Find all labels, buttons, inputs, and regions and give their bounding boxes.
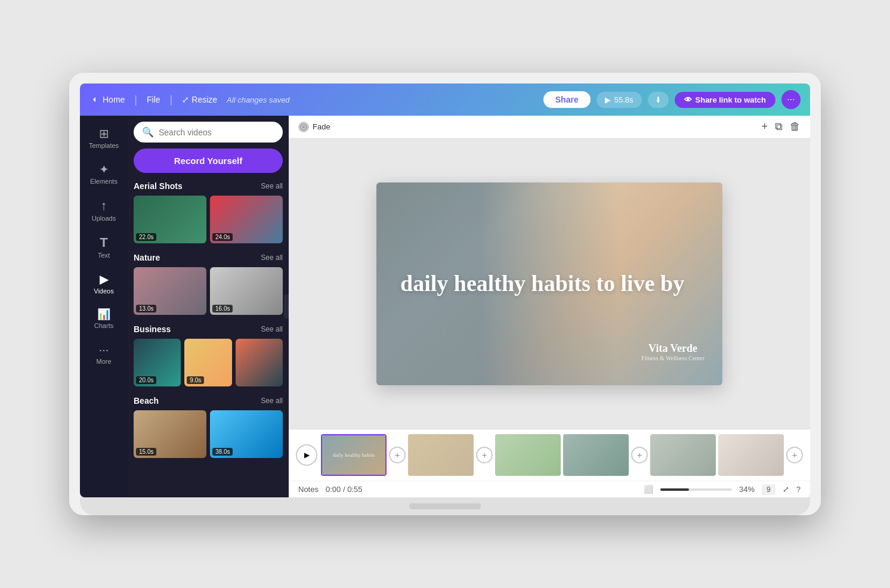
- time-display: 0:00 / 0:55: [326, 485, 362, 494]
- aerial-see-all[interactable]: See all: [261, 182, 283, 190]
- timeline-slide-2[interactable]: [408, 434, 474, 476]
- videos-panel: 🔍 Record Yourself Aerial Shots See all 2…: [128, 116, 289, 497]
- templates-label: Templates: [89, 142, 119, 149]
- search-bar: 🔍: [134, 122, 283, 143]
- business-grid: 20.0s 9.0s: [134, 339, 283, 386]
- timeline-thumb-6: [718, 434, 784, 476]
- main-content: ⊞ Templates ✦ Elements ↑ Uploads T Text …: [80, 116, 810, 497]
- nature-duration-2: 16.0s: [212, 305, 233, 312]
- laptop-shell: Home | File | ⤢ Resize All changes saved…: [69, 73, 821, 515]
- playback-progress[interactable]: [660, 488, 732, 491]
- biz-duration-1: 20.0s: [136, 376, 156, 384]
- beach-see-all[interactable]: See all: [261, 397, 283, 405]
- time-total: 0:55: [347, 485, 362, 494]
- resize-button[interactable]: ⤢ Resize: [182, 95, 217, 104]
- timeline-play-button[interactable]: ▶: [296, 444, 317, 466]
- aerial-video-1[interactable]: 22.0s: [134, 196, 206, 243]
- record-yourself-button[interactable]: Record Yourself: [134, 148, 283, 173]
- elements-icon: ✦: [99, 163, 109, 175]
- nature-video-1[interactable]: 13.0s: [134, 267, 206, 315]
- elements-label: Elements: [90, 178, 118, 185]
- uploads-icon: ↑: [101, 199, 107, 212]
- file-button[interactable]: File: [147, 95, 160, 104]
- play-time: 55.8s: [614, 95, 633, 104]
- text-label: Text: [98, 252, 110, 259]
- timeline-slide-5[interactable]: [650, 434, 716, 476]
- beach-section-header: Beach See all: [134, 396, 283, 406]
- sidebar-item-templates[interactable]: ⊞ Templates: [80, 122, 128, 155]
- share-button[interactable]: Share: [543, 91, 591, 108]
- timeline-thumb-4: [563, 434, 629, 476]
- aerial-section-title: Aerial Shots: [134, 181, 183, 191]
- sidebar-item-charts[interactable]: 📊 Charts: [80, 303, 128, 335]
- fade-indicator[interactable]: Fade: [298, 122, 330, 132]
- charts-label: Charts: [94, 322, 113, 329]
- brand-name: Vita Verde: [641, 342, 704, 355]
- nature-section-title: Nature: [134, 253, 160, 262]
- share-link-button[interactable]: 👁 Share link to watch: [675, 92, 775, 108]
- top-bar: Home | File | ⤢ Resize All changes saved…: [80, 83, 810, 116]
- aerial-duration-2: 24.0s: [212, 233, 233, 241]
- more-label: More: [96, 358, 111, 365]
- videos-icon: ▶: [100, 273, 109, 285]
- aerial-video-2[interactable]: 24.0s: [210, 196, 283, 243]
- timeline-slide-6[interactable]: [718, 434, 784, 476]
- timeline-thumb-5: [650, 434, 716, 476]
- fullscreen-button[interactable]: ⤢: [783, 485, 789, 494]
- charts-icon: 📊: [97, 309, 110, 320]
- monitor-view-button[interactable]: ⬜: [644, 485, 653, 494]
- timeline-slide-3[interactable]: [495, 434, 561, 476]
- aerial-duration-1: 22.0s: [136, 233, 156, 241]
- timeline-add-3[interactable]: +: [631, 447, 648, 463]
- play-time-button[interactable]: ▶ 55.8s: [597, 92, 642, 108]
- timeline: ▶ daily healthy habits + +: [289, 429, 810, 481]
- notes-label[interactable]: Notes: [298, 485, 319, 494]
- sidebar-item-uploads[interactable]: ↑ Uploads: [80, 193, 128, 228]
- add-slide-button[interactable]: +: [761, 120, 768, 133]
- business-section-header: Business See all: [134, 324, 283, 334]
- sidebar-item-videos[interactable]: ▶ Videos: [80, 267, 128, 301]
- back-icon: [89, 95, 99, 104]
- play-icon: ▶: [605, 95, 611, 104]
- page-indicator: 9: [762, 484, 775, 495]
- sidebar-item-text[interactable]: T Text: [80, 230, 128, 265]
- duplicate-button[interactable]: ⧉: [775, 120, 783, 133]
- download-icon: ⬇: [655, 95, 662, 104]
- business-video-2[interactable]: 9.0s: [184, 339, 231, 386]
- business-see-all[interactable]: See all: [261, 325, 283, 333]
- sidebar-nav: ⊞ Templates ✦ Elements ↑ Uploads T Text …: [80, 116, 128, 497]
- business-video-3[interactable]: [236, 339, 283, 386]
- help-button[interactable]: ?: [796, 485, 801, 494]
- beach-video-1[interactable]: 15.0s: [134, 410, 206, 458]
- timeline-thumb-1: daily healthy habits: [322, 435, 385, 475]
- sidebar-item-more[interactable]: ··· More: [80, 338, 128, 371]
- timeline-add-1[interactable]: +: [389, 447, 406, 463]
- top-bar-right: Share ▶ 55.8s ⬇ 👁 Share link to watch ··…: [543, 90, 801, 109]
- biz-duration-2: 9.0s: [187, 376, 204, 384]
- page-indicator-button[interactable]: 9: [762, 485, 775, 494]
- sidebar-item-elements[interactable]: ✦ Elements: [80, 157, 128, 191]
- nature-video-2[interactable]: 16.0s: [210, 267, 283, 315]
- timeline-slide-1[interactable]: daily healthy habits: [321, 434, 387, 476]
- business-video-1[interactable]: 20.0s: [134, 339, 181, 386]
- timeline-add-2[interactable]: +: [476, 447, 493, 463]
- canvas-area: Fade + ⧉ 🗑: [289, 116, 810, 497]
- nature-section-header: Nature See all: [134, 253, 283, 262]
- nature-see-all[interactable]: See all: [261, 253, 283, 262]
- slide-headline: daily healthy habits to live by: [400, 271, 684, 296]
- time-current: 0:00: [326, 485, 341, 494]
- more-icon: ···: [99, 343, 109, 355]
- timeline-add-4[interactable]: +: [786, 447, 803, 463]
- beach-duration-2: 38.0s: [212, 448, 233, 456]
- home-button[interactable]: Home: [89, 95, 125, 104]
- videos-label: Videos: [94, 287, 113, 295]
- delete-button[interactable]: 🗑: [790, 120, 801, 133]
- more-options-button[interactable]: ···: [781, 90, 801, 109]
- beach-video-2[interactable]: 38.0s: [210, 410, 283, 458]
- panel-collapse-button[interactable]: ‹: [284, 295, 289, 318]
- download-button[interactable]: ⬇: [648, 92, 669, 108]
- timeline-slide-4[interactable]: [563, 434, 629, 476]
- search-input[interactable]: [159, 128, 274, 137]
- svg-point-1: [302, 126, 305, 128]
- zoom-level: 34%: [739, 485, 755, 494]
